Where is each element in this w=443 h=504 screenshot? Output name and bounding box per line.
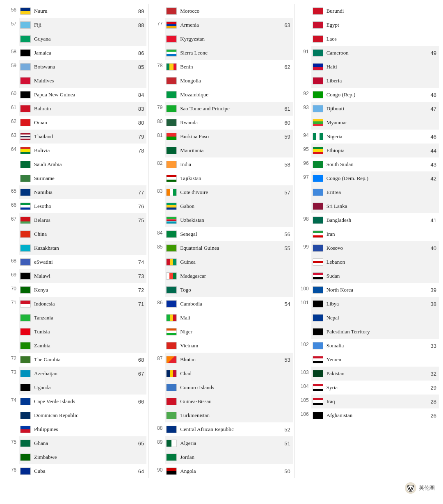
rank-number: 66 <box>4 199 19 213</box>
flag-icon <box>20 370 31 377</box>
rank-group: 101Libya38NepalPalestinian Territory <box>297 297 439 339</box>
rank-number: 99 <box>297 241 311 283</box>
entries-group: Burkina Faso59Mauritania <box>165 130 292 157</box>
rank-group: 99Kosovo40LebanonSudan <box>297 241 439 283</box>
flag-icon <box>313 217 323 224</box>
flag-icon <box>313 412 323 419</box>
list-item: Togo <box>165 283 292 297</box>
score-value: 76 <box>133 203 145 210</box>
flag-box <box>20 397 31 406</box>
list-item: Gabon <box>165 199 292 213</box>
list-item: South Sudan43 <box>311 157 439 171</box>
rank-group: 84Senegal56 <box>150 227 292 241</box>
country-name: Sierra Leone <box>180 50 279 56</box>
flag-icon <box>166 454 177 461</box>
rank-number: 67 <box>4 213 19 255</box>
score-value: 80 <box>133 120 145 126</box>
flag-box <box>20 439 31 447</box>
list-item: Haiti <box>311 60 439 74</box>
country-name: Algeria <box>180 440 279 447</box>
rank-number: 96 <box>297 157 311 171</box>
entries-group: Malawi73 <box>19 269 146 283</box>
flag-icon <box>166 286 177 294</box>
score-value: 53 <box>280 357 291 363</box>
rank-group: 61Bahrain83 <box>4 102 146 116</box>
flag-box <box>312 119 324 127</box>
list-item: Bhutan53 <box>165 353 292 367</box>
rank-group: 64Bolivia78Saudi ArabiaSuriname <box>4 144 146 185</box>
rank-group: 58Jamaica86 <box>4 46 146 60</box>
country-name: Namibia <box>34 189 133 196</box>
country-name: Laos <box>327 36 426 42</box>
flag-icon <box>20 342 31 349</box>
list-item: Turkmenistan <box>165 408 292 422</box>
flag-box <box>166 7 177 15</box>
list-item: Lesotho76 <box>19 199 146 213</box>
country-name: Guinea-Bissau <box>180 398 279 405</box>
country-name: Rwanda <box>180 119 279 126</box>
country-name: Nauru <box>34 8 133 14</box>
list-item: Bahrain83 <box>19 102 146 116</box>
flag-icon <box>166 7 177 15</box>
flag-icon <box>166 398 177 405</box>
country-name: Kosovo <box>327 245 426 251</box>
flag-box <box>312 411 324 420</box>
entries-group: Iraq28 <box>311 395 439 408</box>
list-item: Libya38 <box>311 297 439 311</box>
entries-group: Sao Tome and Principe61 <box>165 102 292 116</box>
score-value: 57 <box>280 189 291 196</box>
country-name: Vietnam <box>180 342 279 349</box>
list-item: Thailand79 <box>19 130 146 144</box>
list-item: Bolivia78 <box>19 144 146 157</box>
flag-icon <box>20 217 31 224</box>
flag-box <box>312 369 324 378</box>
flag-box <box>166 425 177 433</box>
entries-group: Ghana65Zimbabwe <box>19 436 146 464</box>
flag-box <box>166 160 177 169</box>
rank-number: 90 <box>150 464 165 478</box>
flag-icon <box>20 328 31 335</box>
entries-group: Central African Republic52 <box>165 422 292 436</box>
flag-box <box>20 202 31 210</box>
rank-group: 105Iraq28 <box>297 395 439 408</box>
list-item: Uganda <box>19 381 146 395</box>
list-item: Burundi <box>311 4 439 18</box>
flag-icon <box>166 328 177 335</box>
country-name: Burkina Faso <box>180 133 279 140</box>
rank-group: 88Central African Republic52 <box>150 422 292 436</box>
flag-icon <box>166 300 177 308</box>
rank-group: 72The Gambia68 <box>4 353 146 367</box>
rank-number: 105 <box>297 395 311 408</box>
rank-group: 94Nigeria46 <box>297 130 439 144</box>
entries-group: Syria29 <box>311 381 439 395</box>
flag-box <box>20 272 31 280</box>
rank-number: 101 <box>297 297 311 339</box>
rank-number: 103 <box>297 367 311 381</box>
entries-group: Equatorial Guinea55GuineaMadagascarTogo <box>165 241 292 297</box>
flag-box <box>312 383 324 392</box>
list-item: Central African Republic52 <box>165 422 292 436</box>
list-item: Jamaica86 <box>19 46 146 60</box>
rank-number: 91 <box>297 46 311 88</box>
list-item: Niger <box>165 325 292 339</box>
score-value: 73 <box>133 273 145 279</box>
country-name: eSwatini <box>34 259 133 265</box>
rank-group: 90Angola50 <box>150 464 292 478</box>
score-value: 64 <box>133 468 145 474</box>
country-name: Sao Tome and Principe <box>180 105 279 112</box>
entries-group: Indonesia71TanzaniaTunisiaZambia <box>19 297 146 353</box>
flag-box <box>312 216 324 224</box>
flag-box <box>20 91 31 99</box>
list-item: India58 <box>165 157 292 171</box>
flag-icon <box>20 35 31 43</box>
country-name: Myanmar <box>327 119 426 126</box>
flag-icon <box>20 272 31 280</box>
entries-group: Djibouti47Myanmar <box>311 102 439 130</box>
score-value: 58 <box>280 162 291 168</box>
flag-box <box>312 77 324 85</box>
rank-number: 59 <box>4 60 19 88</box>
flag-box <box>20 258 31 266</box>
list-item: Fiji88 <box>19 18 146 32</box>
score-value: 65 <box>133 440 145 447</box>
country-name: Saudi Arabia <box>34 161 133 168</box>
